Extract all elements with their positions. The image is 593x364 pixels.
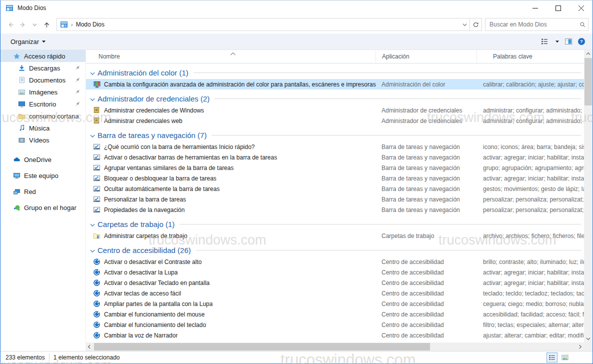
item-application: Barra de tareas y navegación	[376, 144, 477, 150]
vertical-scrollbar[interactable]	[584, 50, 592, 342]
refresh-button[interactable]	[470, 18, 482, 31]
list-item[interactable]: Ocultar automáticamente la barra de tare…	[86, 184, 584, 194]
group-header[interactable]: Carpetas de trabajo (1)	[86, 218, 584, 230]
sidebar-item-descargas[interactable]: Descargas	[0, 62, 86, 74]
group-rule	[194, 72, 581, 73]
up-button[interactable]	[40, 18, 52, 30]
group-rule	[212, 135, 581, 136]
navigation-pane: Acceso rápidoDescargasDocumentosImágenes…	[0, 50, 86, 351]
list-item[interactable]: Activar o desactivar el Contraste altoCe…	[86, 256, 584, 267]
item-application: Barra de tareas y navegación	[376, 196, 477, 203]
preview-pane-button[interactable]	[564, 38, 572, 46]
vertical-scroll-thumb[interactable]	[584, 58, 592, 106]
list-item[interactable]: Propiedades de la navegaciónBarra de tar…	[86, 204, 584, 215]
sidebar-item-música[interactable]: Música	[0, 122, 86, 134]
sidebar-item-acceso-rápido[interactable]: Acceso rápido	[0, 50, 86, 62]
horizontal-scroll-thumb[interactable]	[94, 343, 430, 350]
list-item[interactable]: Cambia la configuración avanzada de admi…	[86, 79, 584, 90]
sidebar-item-consumo-cortana[interactable]: consumo cortana	[0, 110, 86, 122]
item-application: Centro de accesibilidad	[376, 311, 477, 318]
list-item[interactable]: Agrupar ventanas similares de la barra d…	[86, 162, 584, 173]
item-keywords: administrar; configurar; administrado; a	[477, 107, 584, 114]
group-header[interactable]: Barra de tareas y navegación (7)	[86, 128, 584, 142]
thumbnail-view-button[interactable]	[560, 352, 570, 362]
minimize-button[interactable]	[524, 0, 546, 16]
back-button[interactable]	[4, 18, 16, 30]
breadcrumb[interactable]: Modo Dios	[76, 21, 104, 28]
chevron-down-icon[interactable]	[90, 132, 96, 138]
chevron-down-icon[interactable]	[90, 70, 96, 76]
sidebar-item-documentos[interactable]: Documentos	[0, 74, 86, 86]
sidebar-item-grupo-en-el-hogar[interactable]: Grupo en el hogar	[0, 202, 86, 214]
item-name-cell: Bloquear o desbloquear la barra de tarea…	[86, 174, 376, 182]
details-view-button[interactable]	[546, 352, 558, 362]
sidebar-item-onedrive[interactable]: OneDrive	[0, 154, 86, 166]
recent-locations-button[interactable]	[28, 18, 40, 30]
item-application: Barra de tareas y navegación	[376, 164, 477, 172]
group-rule	[196, 250, 581, 250]
address-dropdown-icon[interactable]	[460, 20, 470, 29]
list-item[interactable]: Ampliar partes de la pantalla con la Lup…	[86, 298, 584, 309]
scroll-up-icon[interactable]	[584, 50, 592, 58]
taskbar-icon	[93, 196, 101, 204]
item-name-cell: ¿Qué ocurrió con la barra de herramienta…	[86, 143, 376, 151]
work-folders-icon	[93, 232, 101, 240]
view-dropdown-icon[interactable]	[554, 40, 560, 44]
chevron-down-icon[interactable]	[90, 96, 96, 102]
list-item[interactable]: Cambiar el funcionamiento del tecladoCen…	[86, 320, 584, 330]
list-item[interactable]: Cambiar el funcionamiento del mouseCentr…	[86, 309, 584, 320]
change-view-button[interactable]	[540, 38, 548, 46]
help-button[interactable]: ?	[578, 38, 586, 46]
search-box[interactable]	[485, 18, 588, 31]
group-header[interactable]: Administrador de credenciales (2)	[86, 92, 584, 105]
sidebar-item-vídeos[interactable]: Vídeos	[0, 134, 86, 146]
sidebar-item-este-equipo[interactable]: Este equipo	[0, 170, 86, 182]
sidebar-item-imágenes[interactable]: Imágenes	[0, 86, 86, 98]
maximize-button[interactable]	[546, 0, 570, 16]
ease-of-access-icon	[93, 300, 101, 308]
taskbar-icon	[93, 164, 101, 172]
horizontal-scrollbar[interactable]	[86, 342, 584, 351]
group-title: Administrador de credenciales (2)	[98, 94, 210, 103]
list-item[interactable]: Activar o desactivar barras de herramien…	[86, 152, 584, 162]
item-application: Centro de accesibilidad	[376, 300, 477, 308]
list-item[interactable]: Administrar credenciales de WindowsAdmin…	[86, 105, 584, 116]
chevron-down-icon[interactable]	[90, 221, 96, 227]
list-item[interactable]: Activar teclas de acceso fácilCentro de …	[86, 288, 584, 298]
item-keywords: icono; iconos; área; barra; bandeja; sis…	[477, 144, 584, 150]
group-header[interactable]: Administración del color (1)	[86, 66, 584, 79]
list-item[interactable]: Personalizar la barra de tareasBarra de …	[86, 194, 584, 204]
list-item[interactable]: ¿Qué ocurrió con la barra de herramienta…	[86, 142, 584, 152]
taskbar-icon	[93, 154, 101, 162]
list-item[interactable]: Bloquear o desbloquear la barra de tarea…	[86, 173, 584, 184]
search-icon[interactable]	[577, 22, 588, 28]
window-title: Modo Dios	[18, 4, 46, 12]
item-name: Administrar carpetas de trabajo	[104, 232, 188, 240]
scroll-right-icon[interactable]	[576, 342, 584, 351]
sidebar-item-label: Imágenes	[29, 88, 58, 96]
sidebar-item-red[interactable]: Red	[0, 186, 86, 198]
sidebar-item-label: OneDrive	[24, 156, 52, 164]
forward-button[interactable]	[16, 18, 28, 30]
chevron-down-icon[interactable]	[90, 247, 96, 253]
item-keywords: teclado; tecldo; tecladoz; teclados; tac…	[477, 290, 584, 297]
column-header-palabras-clave[interactable]: Palabras clave	[477, 50, 584, 63]
item-name-cell: Cambiar el funcionamiento del teclado	[86, 321, 376, 329]
search-input[interactable]	[486, 21, 577, 28]
scroll-down-icon[interactable]	[584, 335, 592, 342]
address-bar[interactable]: › Modo Dios	[56, 18, 470, 31]
organize-button[interactable]: Organizar	[10, 38, 46, 46]
sidebar-item-escritorio[interactable]: Escritorio	[0, 98, 86, 110]
title-bar: Modo Dios	[0, 0, 592, 16]
list-item[interactable]: Administrar carpetas de trabajoCarpetas …	[86, 230, 584, 241]
list-item[interactable]: Activar o desactivar Teclado en pantalla…	[86, 278, 584, 288]
list-item[interactable]: Administrar credenciales webAdministrado…	[86, 116, 584, 126]
item-keywords: administrar; configurar; administrado; a	[477, 118, 584, 124]
list-item[interactable]: Cambiar la voz de NarradorCentro de acce…	[86, 330, 584, 340]
close-button[interactable]	[570, 0, 592, 16]
list-item[interactable]: Activar o desactivar la LupaCentro de ac…	[86, 267, 584, 278]
scroll-left-icon[interactable]	[86, 342, 93, 351]
ease-of-access-icon	[93, 332, 101, 340]
column-header-aplicacion[interactable]: Aplicación	[376, 50, 477, 63]
group-header[interactable]: Centro de accesibilidad (26)	[86, 244, 584, 256]
